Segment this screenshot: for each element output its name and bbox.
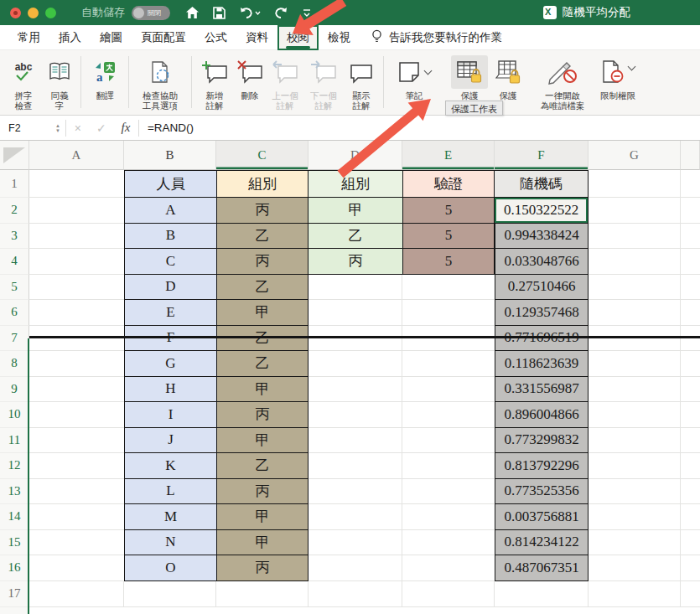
cell-G13[interactable]: [589, 479, 681, 505]
cell-F10[interactable]: 0.896004866: [495, 402, 589, 428]
cell-C13[interactable]: 丙: [216, 479, 309, 505]
zoom-window-button[interactable]: [45, 8, 56, 18]
cell-F17[interactable]: [495, 581, 589, 607]
cell-G17[interactable]: [589, 581, 681, 607]
cell-B10[interactable]: I: [124, 402, 216, 428]
cell-C8[interactable]: 乙: [216, 351, 309, 377]
column-header-partial[interactable]: [681, 141, 700, 170]
cell-D8[interactable]: [309, 351, 402, 377]
cell-B17[interactable]: [124, 581, 216, 607]
cell-F15[interactable]: 0.814234122: [495, 530, 589, 556]
cell-E2[interactable]: 5: [402, 198, 495, 224]
cell-G4[interactable]: [589, 249, 681, 275]
cell-A14[interactable]: [29, 504, 124, 530]
cell-E8[interactable]: [402, 351, 495, 377]
cell-E3[interactable]: 5: [402, 224, 495, 250]
cell-C4[interactable]: 丙: [216, 249, 309, 275]
cell-D16[interactable]: [309, 555, 402, 581]
column-header-F[interactable]: F: [495, 141, 589, 170]
column-header-B[interactable]: B: [124, 141, 216, 170]
row-header-4[interactable]: 4: [0, 249, 29, 275]
insert-function-icon[interactable]: fx: [113, 121, 138, 135]
home-icon[interactable]: [185, 6, 200, 19]
translate-button[interactable]: a 翻譯: [85, 54, 125, 101]
row-header-14[interactable]: 14: [0, 504, 29, 530]
save-icon[interactable]: [213, 7, 226, 19]
cell-C5[interactable]: 乙: [216, 275, 309, 301]
check-accessibility-button[interactable]: 檢查協助工具選項: [132, 54, 188, 111]
cell-D3[interactable]: 乙: [309, 224, 402, 250]
restrict-permission-button[interactable]: 限制權限: [592, 54, 644, 101]
cell-C12[interactable]: 乙: [216, 453, 309, 479]
cell-F13[interactable]: 0.773525356: [495, 479, 589, 505]
cell-F12[interactable]: 0.813792296: [495, 453, 589, 479]
name-box-spinner[interactable]: ▲▼: [55, 123, 60, 133]
cell-A13[interactable]: [29, 479, 124, 505]
cell-C9[interactable]: 甲: [216, 377, 309, 403]
cell-A8[interactable]: [29, 351, 124, 377]
cell-D17[interactable]: [309, 581, 402, 607]
tab-home[interactable]: 常用: [8, 25, 49, 50]
cell-E5[interactable]: [402, 275, 495, 301]
cell-A12[interactable]: [29, 453, 124, 479]
previous-comment-button[interactable]: 上一個註解: [266, 54, 304, 111]
cell-C16[interactable]: 丙: [216, 555, 309, 581]
cell-A9[interactable]: [29, 377, 124, 403]
cell-B1[interactable]: 人員: [124, 170, 216, 198]
row-header-15[interactable]: 15: [0, 530, 29, 556]
thesaurus-button[interactable]: 同義字: [42, 54, 77, 111]
cell-E4[interactable]: 5: [402, 249, 495, 275]
cell-G2[interactable]: [589, 198, 681, 224]
cell-D10[interactable]: [309, 402, 402, 428]
cell-G5[interactable]: [589, 275, 681, 301]
protect-workbook-button[interactable]: 保護: [490, 54, 526, 101]
cell-C10[interactable]: 丙: [216, 402, 309, 428]
cell-C2[interactable]: 丙: [216, 198, 309, 224]
cell-D14[interactable]: [309, 504, 402, 530]
column-header-D[interactable]: D: [309, 141, 402, 170]
cell-B13[interactable]: L: [124, 479, 216, 505]
cell-A17[interactable]: [29, 581, 124, 607]
cell-G15[interactable]: [589, 530, 681, 556]
cell-G8[interactable]: [589, 351, 681, 377]
toolbar-more-icon[interactable]: [302, 8, 312, 18]
row-header-9[interactable]: 9: [0, 377, 29, 403]
cell-E15[interactable]: [402, 530, 495, 556]
cell-F4[interactable]: 0.033048766: [495, 249, 589, 275]
undo-icon[interactable]: [239, 7, 261, 19]
cell-B5[interactable]: D: [124, 275, 216, 301]
cell-D5[interactable]: [309, 275, 402, 301]
cell-F5[interactable]: 0.27510466: [495, 275, 589, 301]
cell-D13[interactable]: [309, 479, 402, 505]
cell-E9[interactable]: [402, 377, 495, 403]
cell-C6[interactable]: 甲: [216, 300, 309, 326]
row-header-2[interactable]: 2: [0, 198, 29, 224]
redo-icon[interactable]: [274, 7, 288, 19]
cell-G16[interactable]: [589, 555, 681, 581]
name-box[interactable]: F2: [0, 122, 55, 134]
row-header-17[interactable]: 17: [0, 581, 29, 607]
cell-E17[interactable]: [402, 581, 495, 607]
column-header-G[interactable]: G: [589, 141, 681, 170]
cell-C17[interactable]: [216, 581, 309, 607]
cell-C1[interactable]: 組別: [216, 170, 309, 198]
cell-G10[interactable]: [589, 402, 681, 428]
cell-A16[interactable]: [29, 555, 124, 581]
cell-A15[interactable]: [29, 530, 124, 556]
spelling-button[interactable]: abc 拼字檢查: [5, 54, 42, 111]
cell-F16[interactable]: 0.487067351: [495, 555, 589, 581]
cell-A2[interactable]: [29, 198, 124, 224]
cell-D11[interactable]: [309, 428, 402, 454]
tell-me-box[interactable]: 告訴我您要執行的作業: [371, 29, 502, 46]
cell-F14[interactable]: 0.003756881: [495, 504, 589, 530]
row-header-5[interactable]: 5: [0, 275, 29, 301]
cell-G11[interactable]: [589, 428, 681, 454]
cancel-entry-icon[interactable]: ×: [66, 121, 90, 135]
cell-C3[interactable]: 乙: [216, 224, 309, 250]
row-header-16[interactable]: 16: [0, 555, 29, 581]
cell-F8[interactable]: 0.118623639: [495, 351, 589, 377]
minimize-window-button[interactable]: [28, 8, 39, 18]
cell-D1[interactable]: 組別: [309, 170, 402, 198]
cell-E14[interactable]: [402, 504, 495, 530]
always-open-read-only-button[interactable]: 一律開啟為唯讀檔案: [533, 54, 592, 111]
